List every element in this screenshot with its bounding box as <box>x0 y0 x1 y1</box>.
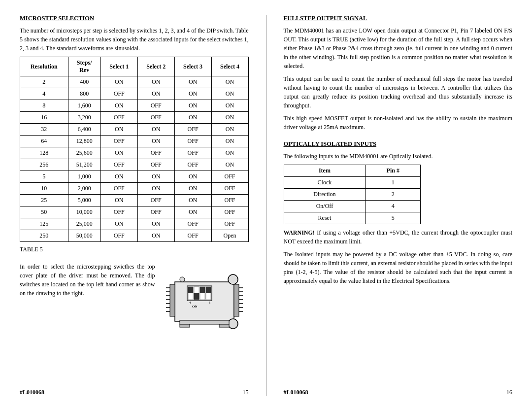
left-column: MICROSTEP SELECTION The number of micros… <box>20 15 249 396</box>
svg-rect-6 <box>188 287 193 293</box>
table-label: TABLE 5 <box>20 246 249 253</box>
column-divider <box>266 15 266 396</box>
table-row: 163,200OFFOFFONON <box>20 112 249 124</box>
table-row: Clock1 <box>284 177 421 189</box>
left-intro: The number of microsteps per step is sel… <box>20 26 249 53</box>
table-row: 4800OFFONONON <box>20 88 249 100</box>
bottom-text: In order to select the microstepping swi… <box>20 262 155 302</box>
page: MICROSTEP SELECTION The number of micros… <box>0 0 532 411</box>
table-row: 25050,000OFFONOFFOpen <box>20 230 249 242</box>
table-row: 25651,200OFFOFFOFFON <box>20 159 249 171</box>
svg-point-30 <box>228 319 238 329</box>
table-row: 12525,000ONONOFFOFF <box>20 218 249 230</box>
left-section-title: MICROSTEP SELECTION <box>20 15 249 22</box>
col-header-resolution: Resolution <box>20 57 68 76</box>
warning-label: WARNING! <box>284 229 315 236</box>
svg-point-29 <box>228 274 238 284</box>
right-s1-p3: This high speed MOSFET output is non-iso… <box>284 114 513 132</box>
svg-rect-8 <box>200 287 205 293</box>
table-row: 102,000OFFONONOFF <box>20 183 249 195</box>
col-header-select4: Select 4 <box>211 57 248 76</box>
left-footer: #L010068 15 <box>20 384 249 396</box>
right-footer: #L010068 16 <box>284 384 513 396</box>
table-row: Direction2 <box>284 189 421 201</box>
col-header-select1: Select 1 <box>100 57 137 76</box>
table-row: 6412,800OFFONOFFON <box>20 136 249 147</box>
table-row: 51,000ONONONOFF <box>20 171 249 183</box>
right-s2-intro: The following inputs to the MDM40001 are… <box>284 152 513 161</box>
table-row: Reset5 <box>284 212 421 224</box>
right-footer-page: 16 <box>506 389 512 396</box>
table-row: 81,600ONOFFONON <box>20 100 249 112</box>
right-s1-p2: This output can be used to count the num… <box>284 74 513 110</box>
inputs-col-item: Item <box>284 165 366 177</box>
microstep-table: Resolution Steps/Rev Select 1 Select 2 S… <box>20 57 249 242</box>
bottom-section: In order to select the microstepping swi… <box>20 262 249 346</box>
table-row: On/Off4 <box>284 201 421 212</box>
svg-rect-9 <box>206 287 211 293</box>
col-header-steps: Steps/Rev <box>68 57 100 76</box>
left-footer-ref: #L010068 <box>20 389 44 396</box>
right-column: FULLSTEP OUTPUT SIGNAL The MDM40001 has … <box>284 15 513 396</box>
right-footer-ref: #L010068 <box>284 389 308 396</box>
dip-svg: 4 1 ON <box>160 267 249 346</box>
right-s1-p1: The MDM40001 has an active LOW open drai… <box>284 26 513 70</box>
right-s2-p2: The Isolated inputs may be powered by a … <box>284 250 513 285</box>
svg-text:4: 4 <box>189 301 191 305</box>
svg-rect-21 <box>170 284 175 316</box>
dip-diagram: 4 1 ON <box>160 267 249 346</box>
table-row: 255,000ONOFFONOFF <box>20 195 249 206</box>
table-row: 12825,600ONOFFOFFON <box>20 147 249 159</box>
col-header-select3: Select 3 <box>174 57 211 76</box>
table-row: 326,400ONONOFFON <box>20 124 249 136</box>
svg-rect-7 <box>194 293 199 300</box>
svg-text:1: 1 <box>209 301 211 305</box>
inputs-col-pin: Pin # <box>366 165 421 177</box>
right-section2-title: OPTICALLY ISOLATED INPUTS <box>284 140 513 148</box>
inputs-table: Item Pin # Clock1Direction2On/Off4Reset5 <box>284 165 421 224</box>
svg-point-34 <box>180 277 185 282</box>
col-header-select2: Select 2 <box>137 57 174 76</box>
table-row: 2400ONONONON <box>20 76 249 88</box>
svg-rect-33 <box>219 324 229 327</box>
warning-text: If using a voltage other than +5VDC, the… <box>284 229 513 245</box>
table-row: 5010,000OFFOFFONOFF <box>20 206 249 218</box>
svg-rect-13 <box>234 284 239 316</box>
svg-text:ON: ON <box>192 305 198 308</box>
right-section1-title: FULLSTEP OUTPUT SIGNAL <box>284 15 513 22</box>
bottom-paragraph: In order to select the microstepping swi… <box>20 262 155 298</box>
svg-rect-32 <box>180 324 190 327</box>
svg-rect-31 <box>180 320 229 324</box>
warning-paragraph: WARNING! If using a voltage other than +… <box>284 228 513 246</box>
left-footer-page: 15 <box>243 389 249 396</box>
